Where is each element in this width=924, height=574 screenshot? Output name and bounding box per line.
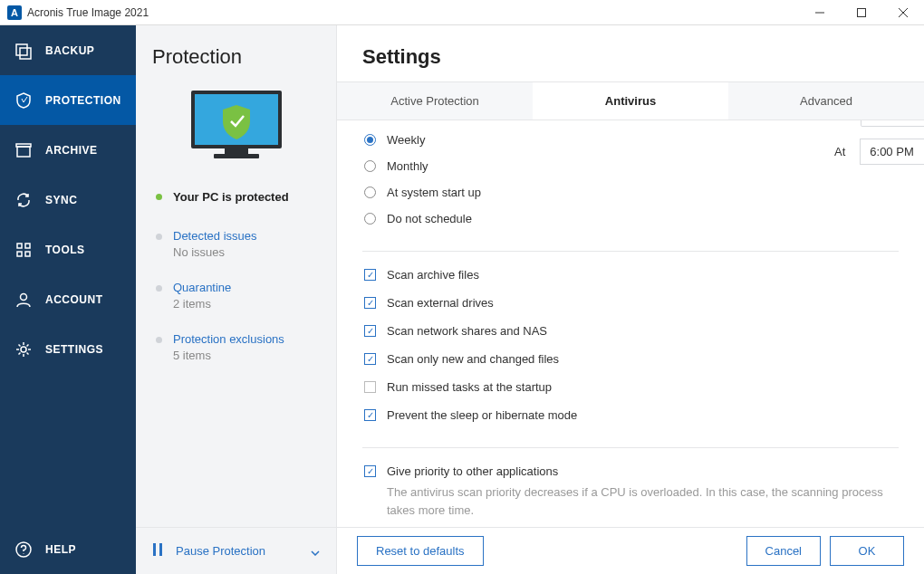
sidebar-item-archive[interactable]: ARCHIVE <box>0 125 136 175</box>
tab-antivirus[interactable]: Antivirus <box>533 82 728 120</box>
archive-icon <box>14 141 33 159</box>
sidebar-item-backup[interactable]: BACKUP <box>0 25 136 75</box>
gear-icon <box>14 340 33 359</box>
shield-icon <box>14 91 33 110</box>
chevron-down-icon[interactable] <box>311 543 320 560</box>
checkbox-icon: ✓ <box>364 297 376 309</box>
svg-rect-17 <box>225 148 248 154</box>
backup-icon <box>14 42 33 60</box>
exclusions-link[interactable]: Protection exclusions <box>173 332 284 346</box>
maximize-button[interactable] <box>841 0 882 25</box>
status-dot <box>156 194 162 200</box>
svg-rect-5 <box>20 48 31 59</box>
reset-button[interactable]: Reset to defaults <box>357 536 484 566</box>
tools-icon <box>14 241 33 259</box>
bullet-icon <box>156 234 162 240</box>
chk-prevent-sleep[interactable]: ✓ Prevent the sleep or hibernate mode <box>364 408 899 422</box>
sidebar-label: SYNC <box>45 194 77 206</box>
divider <box>362 251 899 252</box>
sidebar-label: SETTINGS <box>45 343 103 356</box>
sidebar: BACKUP PROTECTION ARCHIVE SYNC TOOLS ACC… <box>0 25 136 574</box>
secondary-panel: Protection Your PC is protected Detected… <box>136 25 337 574</box>
sidebar-label: BACKUP <box>45 44 94 57</box>
checkbox-icon: ✓ <box>364 465 376 477</box>
panel-heading: Protection <box>136 25 336 78</box>
chk-run-missed[interactable]: ✓ Run missed tasks at the startup <box>364 380 899 394</box>
sidebar-item-tools[interactable]: TOOLS <box>0 225 136 274</box>
schedule-monthly[interactable]: Monthly <box>364 159 899 173</box>
settings-scroll[interactable]: Weekly At 6:00 PM ▲▼ Monthly At system s… <box>337 120 924 527</box>
detected-issues-link[interactable]: Detected issues <box>173 229 257 243</box>
sidebar-label: PROTECTION <box>45 94 121 107</box>
pause-icon <box>152 543 163 560</box>
checkbox-icon: ✓ <box>364 409 376 421</box>
radio-icon <box>364 160 376 172</box>
footer: Reset to defaults Cancel OK <box>337 527 924 574</box>
svg-rect-10 <box>17 252 22 256</box>
svg-rect-4 <box>16 44 27 55</box>
svg-rect-19 <box>153 543 156 556</box>
checkbox-icon: ✓ <box>364 381 376 393</box>
svg-rect-6 <box>17 147 30 157</box>
time-input[interactable]: 6:00 PM <box>860 139 924 165</box>
divider <box>362 447 899 448</box>
schedule-weekly[interactable]: Weekly <box>364 133 899 147</box>
svg-rect-18 <box>214 154 259 158</box>
sync-icon <box>14 191 33 209</box>
sidebar-label: TOOLS <box>45 244 85 256</box>
radio-icon <box>364 187 376 198</box>
radio-icon <box>364 213 376 225</box>
sidebar-item-account[interactable]: ACCOUNT <box>0 274 136 324</box>
svg-rect-1 <box>858 8 866 16</box>
account-icon <box>14 291 33 309</box>
svg-point-13 <box>21 347 26 352</box>
sidebar-item-help[interactable]: HELP <box>0 524 136 574</box>
priority-desc: The antivirus scan priority decreases if… <box>387 483 899 519</box>
svg-rect-8 <box>17 244 22 248</box>
status-text: Your PC is protected <box>173 190 289 204</box>
sidebar-item-protection[interactable]: PROTECTION <box>0 75 136 125</box>
sidebar-item-settings[interactable]: SETTINGS <box>0 324 136 374</box>
svg-point-12 <box>21 293 27 300</box>
quarantine-value: 2 items <box>173 297 231 311</box>
radio-icon <box>364 134 376 146</box>
pause-protection-button[interactable]: Pause Protection <box>176 544 311 558</box>
schedule-none[interactable]: Do not schedule <box>364 212 899 225</box>
svg-rect-11 <box>25 252 30 256</box>
svg-rect-9 <box>25 244 30 248</box>
chk-priority[interactable]: ✓ Give priority to other applications <box>364 464 899 478</box>
chk-scan-new[interactable]: ✓ Scan only new and changed files <box>364 352 899 366</box>
app-logo: A <box>7 5 22 20</box>
close-button[interactable] <box>882 0 924 25</box>
app-title: Acronis True Image 2021 <box>27 6 799 19</box>
sidebar-label: ARCHIVE <box>45 144 98 157</box>
exclusions-value: 5 items <box>173 349 284 362</box>
svg-rect-20 <box>159 543 162 556</box>
tab-active-protection[interactable]: Active Protection <box>337 82 533 120</box>
settings-title: Settings <box>337 25 924 81</box>
tab-advanced[interactable]: Advanced <box>728 82 924 120</box>
checkbox-icon: ✓ <box>364 353 376 365</box>
monitor-illustration <box>136 78 336 185</box>
minimize-button[interactable] <box>799 0 841 25</box>
sidebar-label: HELP <box>45 543 76 556</box>
sidebar-label: ACCOUNT <box>45 293 103 306</box>
day-segmented-control[interactable] <box>861 120 924 127</box>
checkbox-icon: ✓ <box>364 325 376 337</box>
svg-rect-7 <box>16 144 31 147</box>
quarantine-link[interactable]: Quarantine <box>173 281 231 294</box>
ok-button[interactable]: OK <box>830 536 904 566</box>
schedule-startup[interactable]: At system start up <box>364 186 899 199</box>
detected-issues-value: No issues <box>173 245 257 259</box>
sidebar-item-sync[interactable]: SYNC <box>0 175 136 225</box>
tabs: Active Protection Antivirus Advanced <box>337 81 924 120</box>
cancel-button[interactable]: Cancel <box>746 536 821 566</box>
titlebar: A Acronis True Image 2021 <box>0 0 924 25</box>
content-panel: Settings Active Protection Antivirus Adv… <box>337 25 924 574</box>
chk-scan-archive[interactable]: ✓ Scan archive files <box>364 268 899 282</box>
help-icon <box>14 541 33 559</box>
bullet-icon <box>156 285 162 292</box>
bullet-icon <box>156 337 162 343</box>
chk-scan-external[interactable]: ✓ Scan external drives <box>364 296 899 310</box>
chk-scan-network[interactable]: ✓ Scan network shares and NAS <box>364 324 899 338</box>
